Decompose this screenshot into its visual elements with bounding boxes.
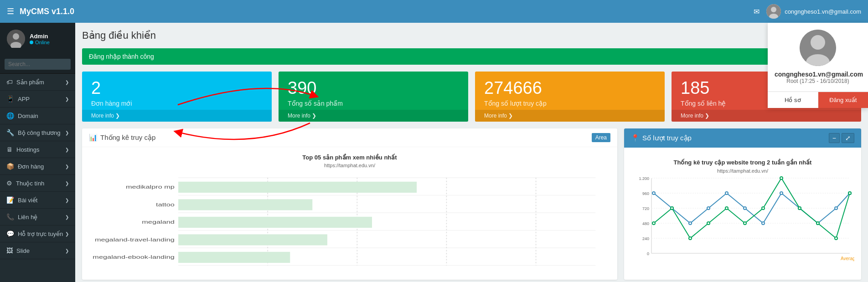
stat-footer-visits[interactable]: More info ❯	[475, 110, 665, 122]
svg-point-51	[652, 222, 655, 225]
svg-point-54	[707, 222, 710, 225]
sidebar-search-container	[0, 55, 75, 74]
globe-icon: 🌐	[6, 112, 14, 119]
svg-point-43	[725, 192, 728, 195]
user-dropdown-role: Root (17:25 - 16/10/2018)	[775, 78, 861, 84]
mail-icon[interactable]: ✉	[754, 7, 760, 16]
article-icon: 📝	[6, 196, 14, 204]
chevron-right-icon: ❯	[65, 215, 69, 220]
bar-chart-container: medikalpro mp tattoo megaland megaland-t…	[89, 173, 610, 273]
svg-point-42	[707, 207, 710, 210]
svg-text:240: 240	[642, 236, 649, 241]
chart-title: Top 05 sản phẩm xem nhiều nhất	[89, 154, 610, 161]
svg-rect-21	[178, 182, 417, 193]
svg-rect-24	[178, 234, 327, 245]
svg-text:1.200: 1.200	[639, 176, 649, 181]
svg-rect-25	[178, 252, 290, 263]
sidebar-item-sanpham[interactable]: 🏷 Sản phẩm ❯	[0, 74, 75, 91]
sidebar-item-slide[interactable]: 🖼 Slide ❯	[0, 242, 75, 259]
sidebar-label-slide: Slide	[16, 247, 30, 254]
left-panel: 📊 Thống kê truy cập Area Top 05 sản phẩm…	[82, 128, 617, 280]
stat-footer-contacts[interactable]: More info ❯	[672, 110, 861, 122]
area-button[interactable]: Area	[592, 133, 610, 142]
chevron-right-icon: ❯	[65, 231, 69, 236]
expand-button[interactable]: ⤢	[842, 133, 854, 143]
settings-icon: 🔧	[6, 129, 14, 136]
svg-point-56	[744, 222, 746, 225]
left-panel-tools: Area	[592, 133, 610, 142]
user-dropdown-actions: Hồ sơ Đăng xuất	[768, 92, 868, 108]
top-navigation: ☰ MyCMS v1.1.0 ✉ congngheso1.vn@gmail.co…	[0, 0, 868, 23]
user-dropdown-name: congngheso1.vn@gmail.com	[775, 71, 861, 78]
svg-point-41	[689, 222, 692, 225]
svg-point-39	[652, 192, 655, 195]
right-chart-title: Thống kê truy cập website trong 2 tuần g…	[631, 154, 854, 168]
app-title: MyCMS v1.1.0	[20, 7, 74, 16]
svg-point-53	[689, 237, 692, 240]
user-avatar-small	[766, 4, 781, 19]
stat-number-visits: 274666	[484, 78, 656, 98]
stat-label-products: Tổng số sản phẩm	[288, 100, 459, 107]
sidebar-label-hostings: Hostings	[16, 146, 40, 153]
svg-rect-22	[178, 199, 312, 210]
sidebar-label-bocongtuong: Bộ công thương	[18, 129, 60, 136]
support-icon: 💬	[6, 230, 14, 237]
chevron-right-icon: ❯	[65, 248, 69, 253]
sidebar-label-sanpham: Sản phẩm	[16, 79, 44, 86]
line-chart-container: 1.200 960 720 480 240 0	[631, 176, 854, 267]
stat-footer-orders[interactable]: More info ❯	[82, 110, 272, 122]
user-menu-trigger[interactable]: congngheso1.vn@gmail.com	[766, 4, 861, 19]
search-input[interactable]	[5, 59, 71, 70]
sidebar-label-lienhe: Liên hệ	[18, 214, 37, 220]
sidebar-avatar	[7, 30, 25, 48]
chevron-right-icon: ❯	[65, 97, 69, 102]
chevron-right-icon: ❯	[65, 80, 69, 85]
svg-text:megaland-travel-landing: megaland-travel-landing	[95, 236, 175, 242]
sidebar-item-donhang[interactable]: 📦 Đơn hàng ❯	[0, 158, 75, 175]
sidebar-item-hostings[interactable]: 🖥 Hostings ❯	[0, 141, 75, 158]
svg-text:megaland-ebook-landing: megaland-ebook-landing	[93, 254, 175, 260]
sidebar-item-baiviet[interactable]: 📝 Bài viết ❯	[0, 192, 75, 209]
menu-toggle-icon[interactable]: ☰	[7, 6, 14, 16]
bar-chart-svg: medikalpro mp tattoo megaland megaland-t…	[89, 173, 610, 273]
sidebar-label-domain: Domain	[18, 113, 38, 119]
chevron-right-icon: ❯	[65, 164, 69, 169]
app-icon: 📱	[6, 95, 14, 103]
server-icon: 🖥	[6, 146, 13, 153]
right-panel-body: Thống kê truy cập website trong 2 tuần g…	[624, 148, 861, 274]
logout-button[interactable]: Đăng xuất	[818, 92, 868, 108]
sidebar-menu: 🏷 Sản phẩm ❯ 📱 APP ❯ 🌐 Domain	[0, 74, 75, 259]
svg-text:960: 960	[642, 191, 649, 196]
minus-button[interactable]: −	[829, 133, 840, 143]
stat-box-products: 390 Tổng số sản phẩm More info ❯	[279, 72, 468, 122]
sidebar-item-app[interactable]: 📱 APP ❯	[0, 91, 75, 108]
right-panel-title: 📍 Số lượt truy cập	[631, 134, 692, 142]
svg-text:megaland: megaland	[142, 219, 175, 225]
sidebar-item-hotro[interactable]: 💬 Hỗ trợ trực tuyến ❯	[0, 226, 75, 242]
sidebar-item-bocongtuong[interactable]: 🔧 Bộ công thương ❯	[0, 124, 75, 141]
nav-left: ☰ MyCMS v1.1.0	[7, 6, 74, 16]
sidebar-item-domain[interactable]: 🌐 Domain	[0, 108, 75, 124]
profile-button[interactable]: Hồ sơ	[768, 92, 818, 108]
svg-point-55	[725, 207, 728, 210]
stat-box-visits: 274666 Tổng số lượt truy cập More info ❯	[475, 72, 665, 122]
user-email-label: congngheso1.vn@gmail.com	[785, 8, 861, 15]
svg-text:medikalpro mp: medikalpro mp	[126, 184, 175, 190]
svg-point-45	[762, 222, 765, 225]
svg-rect-23	[178, 217, 372, 228]
right-panel-header: 📍 Số lượt truy cập − ⤢	[624, 128, 861, 148]
stat-footer-products[interactable]: More info ❯	[279, 110, 468, 122]
svg-point-52	[671, 207, 673, 210]
sidebar-label-thuoctinh: Thuộc tính	[16, 180, 44, 187]
sidebar: Admin Online 🏷 Sản phẩm ❯ 📱 APP	[0, 23, 75, 282]
nav-right: ✉ congngheso1.vn@gmail.com	[754, 4, 861, 19]
sidebar-user-info: Admin Online	[30, 33, 50, 45]
stat-box-orders: 2 Đơn hàng mới More info ❯	[82, 72, 272, 122]
sidebar-item-lienhe[interactable]: 📞 Liên hệ ❯	[0, 209, 75, 226]
svg-text:720: 720	[642, 206, 649, 211]
attribute-icon: ⚙	[6, 179, 12, 187]
user-dropdown: congngheso1.vn@gmail.com Root (17:25 - 1…	[768, 23, 868, 108]
sidebar-username: Admin	[30, 33, 50, 40]
sidebar-item-thuoctinh[interactable]: ⚙ Thuộc tính ❯	[0, 175, 75, 192]
svg-point-58	[780, 177, 783, 179]
